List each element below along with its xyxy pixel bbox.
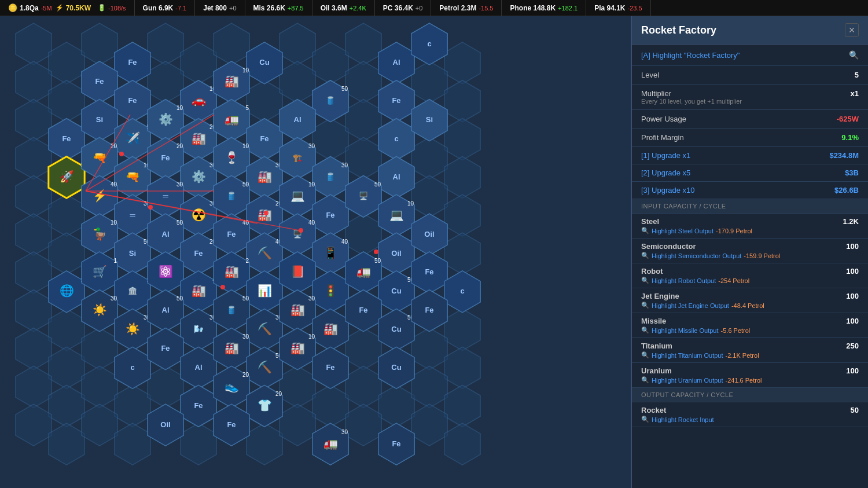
search-icon-small: 🔍 [641,416,649,423]
resource-plastic: Pla 94.1K -23.5 [586,0,650,16]
input-item-steel: Steel 1.2K 🔍 Highlight Steel Output -170… [632,214,868,239]
search-icon-small: 🔍 [641,277,649,284]
upgrade3-label[interactable]: [3] Upgrade x10 [641,186,695,195]
highlight-row[interactable]: [A] Highlight "Rocket Factory" 🔍 [632,45,868,66]
upgrade2-cost: $3B [845,168,859,177]
input-items-list: Steel 1.2K 🔍 Highlight Steel Output -170… [632,214,868,388]
upgrade3-cost: $26.6B [834,186,859,195]
resource-gun: Gun 6.9K -7.1 [135,0,196,16]
level-row: Level 5 [632,66,868,85]
resource-gold: 🪙 1.8Qa -5M ⚡ 70.5KW 🔋 -108/s [0,0,135,16]
gold-icon: 🪙 [8,3,17,12]
profit-value: 9.1% [841,133,859,142]
search-icon[interactable]: 🔍 [849,50,859,60]
multiplier-value: x1 [851,89,859,98]
resource-petrol: Petrol 2.3M -15.5 [431,0,502,16]
search-icon-small: 🔍 [641,227,649,234]
search-icon-small: 🔍 [641,351,649,359]
resource-jet: Jet 800 +0 [195,0,245,16]
hex-grid-canvas [0,16,631,488]
upgrade2-label[interactable]: [2] Upgrade x5 [641,168,690,177]
output-section-header: OUTPUT CAPACITY / CYCLE [632,388,868,402]
power-value: -625W [837,115,859,123]
multiplier-row: Multiplier x1 Every 10 level, you get +1… [632,85,868,110]
resource-pc: PC 36.4K +0 [375,0,432,16]
input-item-titanium: Titanium 250 🔍 Highlight Titanium Output… [632,338,868,363]
upgrade3-row[interactable]: [3] Upgrade x10 $26.6B [632,182,868,199]
input-item-robot: Robot 100 🔍 Highlight Robot Output -254 … [632,263,868,288]
power-label: Power Usage [641,115,686,123]
panel-header: Rocket Factory × [632,16,868,45]
upgrade2-row[interactable]: [2] Upgrade x5 $3B [632,164,868,182]
power-row: Power Usage -625W [632,110,868,129]
upgrade1-row[interactable]: [1] Upgrade x1 $234.8M [632,147,868,164]
input-item-missile: Missile 100 🔍 Highlight Missile Output -… [632,313,868,338]
upgrade1-cost: $234.8M [829,151,859,160]
close-button[interactable]: × [845,23,859,37]
search-icon-small: 🔍 [641,302,649,309]
profit-label: Profit Margin [641,133,684,142]
search-icon-small: 🔍 [641,252,649,259]
panel-body: [A] Highlight "Rocket Factory" 🔍 Level 5… [632,45,868,427]
input-item-jet-engine: Jet Engine 100 🔍 Highlight Jet Engine Ou… [632,288,868,313]
input-section-header: INPUT CAPACITY / CYCLE [632,199,868,214]
output-item-rocket: Rocket 50 🔍 Highlight Rocket Input [632,402,868,427]
search-icon-small: 🔍 [641,326,649,334]
resource-missile: Mis 26.6K +87.5 [245,0,312,16]
resource-phone: Phone 148.8K +182.1 [502,0,586,16]
multiplier-sublabel: Every 10 level, you get +1 multiplier [641,98,742,105]
output-items-list: Rocket 50 🔍 Highlight Rocket Input [632,402,868,427]
level-value: 5 [855,71,859,79]
upgrade1-label[interactable]: [1] Upgrade x1 [641,151,690,160]
input-item-semiconductor: Semiconductor 100 🔍 Highlight Semiconduc… [632,239,868,263]
topbar: 🪙 1.8Qa -5M ⚡ 70.5KW 🔋 -108/s Gun 6.9K -… [0,0,868,16]
level-label: Level [641,71,659,79]
search-icon-small: 🔍 [641,376,649,384]
highlight-link[interactable]: [A] Highlight "Rocket Factory" [641,51,740,60]
multiplier-label: Multiplier [641,89,671,98]
right-panel: Rocket Factory × [A] Highlight "Rocket F… [631,16,868,488]
panel-title: Rocket Factory [641,24,716,36]
input-item-uranium: Uranium 100 🔍 Highlight Uranium Output -… [632,363,868,388]
game-area[interactable] [0,16,631,488]
resource-oil: Oil 3.6M +2.4K [312,0,375,16]
profit-row: Profit Margin 9.1% [632,129,868,147]
